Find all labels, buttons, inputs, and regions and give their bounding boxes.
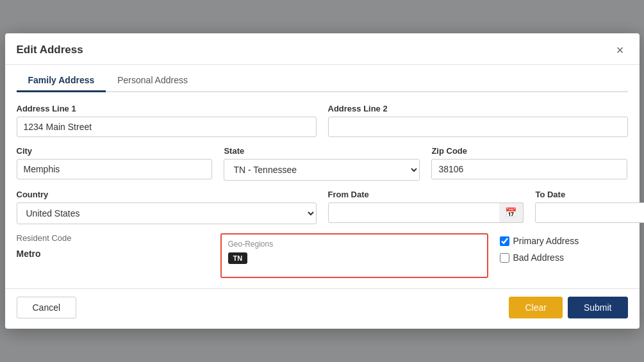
address-line2-input[interactable] [328, 117, 628, 137]
country-group: Country United States Canada Mexico [17, 190, 317, 224]
primary-address-checkbox-item: Primary Address [500, 236, 628, 246]
bad-address-label: Bad Address [513, 252, 564, 263]
address-lines-row: Address Line 1 Address Line 2 [17, 104, 628, 137]
address-line1-label: Address Line 1 [17, 104, 317, 113]
country-label: Country [17, 190, 317, 199]
address-line2-label: Address Line 2 [328, 104, 628, 113]
city-input[interactable] [17, 159, 213, 179]
edit-address-modal: Edit Address × Family Address Personal A… [5, 33, 640, 329]
zip-input[interactable] [431, 159, 627, 179]
country-select[interactable]: United States Canada Mexico [17, 202, 317, 224]
geo-regions-group: Geo-Regions TN [220, 233, 488, 278]
modal-footer: Cancel Clear Submit [5, 288, 640, 329]
zip-group: Zip Code [431, 146, 627, 181]
address-line1-input[interactable] [17, 117, 317, 137]
geo-tag-tn: TN [228, 252, 248, 264]
to-date-group: To Date 📅 [535, 190, 644, 224]
country-date-row: Country United States Canada Mexico From… [17, 190, 628, 224]
checkbox-section: Primary Address Bad Address [500, 233, 628, 263]
address-line2-group: Address Line 2 [328, 104, 628, 137]
footer-right-buttons: Clear Submit [509, 297, 627, 318]
address-line1-group: Address Line 1 [17, 104, 317, 137]
bad-address-checkbox[interactable] [500, 253, 509, 263]
primary-address-checkbox[interactable] [500, 236, 509, 246]
to-date-label: To Date [535, 190, 644, 199]
resident-code-group: Resident Code Metro [17, 233, 209, 261]
city-group: City [17, 146, 213, 181]
city-label: City [17, 146, 213, 156]
from-date-group: From Date 📅 [328, 190, 524, 224]
bad-address-checkbox-item: Bad Address [500, 252, 628, 263]
from-date-wrapper: 📅 [328, 202, 524, 223]
modal-body: Address Line 1 Address Line 2 City State [5, 92, 640, 288]
resident-code-value: Metro [17, 246, 209, 261]
from-date-calendar-button[interactable]: 📅 [499, 202, 524, 223]
close-button[interactable]: × [613, 42, 628, 58]
cancel-button[interactable]: Cancel [17, 297, 77, 318]
zip-label: Zip Code [431, 146, 627, 156]
from-date-input[interactable] [328, 202, 524, 223]
from-date-label: From Date [328, 190, 524, 199]
modal-title: Edit Address [17, 44, 83, 56]
modal-overlay: Edit Address × Family Address Personal A… [0, 0, 644, 362]
primary-address-label: Primary Address [513, 236, 579, 246]
modal-header: Edit Address × [5, 33, 640, 65]
geo-regions-label: Geo-Regions [228, 240, 481, 249]
state-group: State TN - Tennessee AL - Alabama CA - C… [224, 146, 420, 181]
tab-bar: Family Address Personal Address [17, 70, 628, 92]
city-state-zip-row: City State TN - Tennessee AL - Alabama C… [17, 146, 628, 181]
state-select[interactable]: TN - Tennessee AL - Alabama CA - Califor… [224, 159, 420, 181]
tab-personal-address[interactable]: Personal Address [106, 70, 199, 92]
submit-button[interactable]: Submit [568, 297, 628, 318]
tab-family-address[interactable]: Family Address [17, 70, 106, 92]
state-label: State [224, 146, 420, 156]
to-date-input[interactable] [535, 202, 644, 223]
clear-button[interactable]: Clear [509, 297, 562, 318]
resident-code-label: Resident Code [17, 233, 209, 243]
to-date-wrapper: 📅 [535, 202, 644, 223]
